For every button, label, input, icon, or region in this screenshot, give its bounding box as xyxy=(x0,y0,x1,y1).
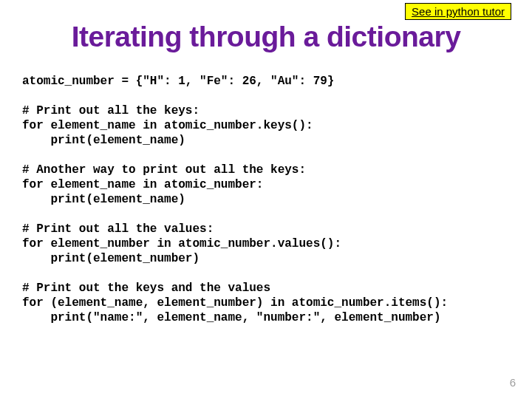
code-line: for element_name in atomic_number.keys()… xyxy=(22,119,313,132)
code-comment: # Print out all the keys: xyxy=(22,104,200,117)
code-line: for (element_name, element_number) in at… xyxy=(22,296,448,310)
code-comment: # Print out the keys and the values xyxy=(22,282,270,295)
code-line: for element_name in atomic_number: xyxy=(22,178,263,191)
code-line: for element_number in atomic_number.valu… xyxy=(22,237,341,250)
code-line: print(element_number) xyxy=(22,252,200,265)
code-comment: # Another way to print out all the keys: xyxy=(22,163,306,177)
code-line: print(element_name) xyxy=(22,193,185,206)
page-number: 6 xyxy=(510,376,516,389)
code-line: print("name:", element_name, "number:", … xyxy=(22,311,441,324)
python-tutor-link[interactable]: See in python tutor xyxy=(405,3,511,20)
code-block: atomic_number = {"H": 1, "Fe": 26, "Au":… xyxy=(22,59,510,325)
slide-title: Iterating through a dictionary xyxy=(0,21,532,53)
code-line: print(element_name) xyxy=(22,134,185,147)
code-comment: # Print out all the values: xyxy=(22,222,214,236)
code-line: atomic_number = {"H": 1, "Fe": 26, "Au":… xyxy=(22,75,334,88)
